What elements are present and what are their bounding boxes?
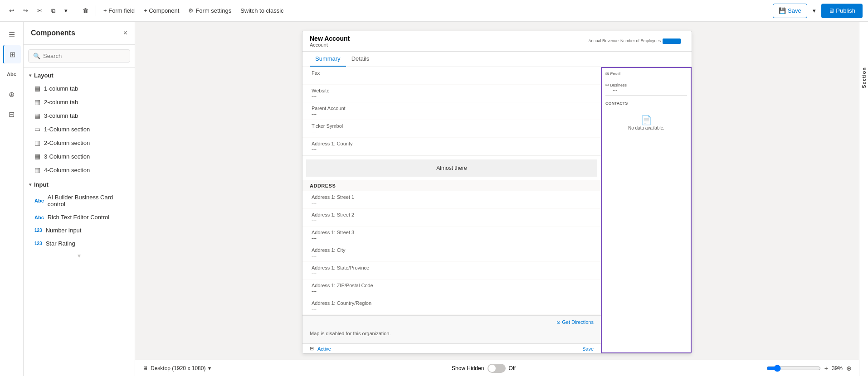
form-settings-button[interactable]: ⚙ Form settings [185, 5, 235, 17]
star-rating-label: Star Rating [46, 240, 75, 247]
toggle-track[interactable] [488, 364, 506, 373]
ai-builder-icon: Abc [34, 198, 44, 203]
3col-tab-label: 3-column tab [44, 112, 78, 119]
form-field-street3: Address 1: Street 3 --- [310, 228, 594, 242]
business-icon: ✉ [605, 83, 609, 87]
save-dropdown-button[interactable]: ▾ [809, 5, 819, 17]
no-data-icon: 📄 [609, 115, 683, 125]
form-row-street2: Address 1: Street 2 --- [302, 209, 601, 227]
sidebar-item-table-columns[interactable]: Abc [3, 65, 21, 83]
monitor-icon: 🖥 [142, 365, 148, 371]
sidebar-item-3col-section[interactable]: ▦ 3-Column section [24, 149, 135, 163]
delete-button[interactable]: 🗑 [79, 5, 92, 17]
redo-button[interactable]: ↪ [20, 5, 32, 17]
2col-section-label: 2-Column section [44, 140, 90, 146]
map-disabled-text: Map is disabled for this organization. [310, 327, 594, 340]
sidebar-close-button[interactable]: × [123, 29, 127, 37]
right-collapse-panel[interactable]: Section [859, 22, 868, 376]
zip-value: --- [312, 288, 592, 294]
desktop-selector[interactable]: 🖥 Desktop (1920 x 1080) ▾ [142, 365, 211, 371]
zoom-out-button[interactable]: — [756, 365, 763, 372]
get-directions-link[interactable]: ⊙ Get Directions [556, 319, 594, 325]
fit-button[interactable]: ⊕ [846, 365, 852, 372]
city-label: Address 1: City [312, 247, 592, 253]
input-section-header[interactable]: ▾ Input [24, 177, 135, 191]
parent-label: Parent Account [312, 106, 592, 111]
county-label: Address 1: County [312, 141, 592, 146]
zoom-slider[interactable] [766, 365, 821, 372]
country-label: Address 1: Country/Region [312, 300, 592, 306]
save-button[interactable]: 💾 Save [773, 4, 807, 18]
form-row-street1: Address 1: Street 1 --- [302, 191, 601, 209]
street2-label: Address 1: Street 2 [312, 212, 592, 217]
search-box[interactable]: 🔍 [28, 49, 130, 63]
sidebar-item-rich-text[interactable]: Abc Rich Text Editor Control [24, 211, 135, 224]
libraries-icon: ⊟ [9, 110, 15, 119]
form-save-link[interactable]: Save [582, 346, 594, 352]
sidebar-item-form-libraries[interactable]: ⊟ [3, 105, 21, 123]
sidebar-item-4col-section[interactable]: ▦ 4-Column section [24, 163, 135, 177]
publish-button[interactable]: 🖥 Publish [821, 4, 863, 18]
fax-value: --- [312, 76, 592, 81]
fit-icon: ⊕ [846, 365, 852, 372]
3col-tab-icon: ▦ [34, 112, 40, 119]
website-value: --- [312, 93, 592, 99]
tab-summary[interactable]: Summary [310, 52, 346, 67]
form-field-website: Website --- [310, 87, 594, 100]
copy-icon: ⧉ [51, 7, 55, 14]
3col-section-label: 3-Column section [44, 153, 90, 160]
sidebar-item-number-input[interactable]: 123 Number Input [24, 224, 135, 237]
sidebar-item-tree-view[interactable]: ⊛ [3, 85, 21, 103]
save-label: Save [788, 7, 801, 14]
sidebar-item-star-rating[interactable]: 123 Star Rating [24, 237, 135, 250]
canvas-scroll[interactable]: New Account Account Annual Revenue Numbe… [135, 22, 859, 360]
layout-section-header[interactable]: ▾ Layout [24, 67, 135, 82]
form-row-parent: Parent Account --- [302, 102, 601, 120]
sidebar-item-1col-tab[interactable]: ▤ 1-column tab [24, 82, 135, 95]
save-chevron-icon: ▾ [813, 7, 816, 14]
form-subtitle: Account [310, 42, 350, 48]
switch-classic-button[interactable]: Switch to classic [237, 5, 287, 17]
form-right-panel: ✉ Email --- ✉ Business --- CONTACTS [601, 67, 692, 353]
components-icon: ⊞ [10, 50, 15, 59]
zoom-in-button[interactable]: + [824, 365, 828, 372]
country-value: --- [312, 306, 592, 311]
cut-icon: ✂ [37, 7, 42, 14]
4col-section-label: 4-Column section [44, 167, 90, 174]
undo-button[interactable]: ↩ [5, 5, 18, 17]
sidebar-item-3col-tab[interactable]: ▦ 3-column tab [24, 109, 135, 122]
form-field-button[interactable]: + Form field [100, 5, 138, 17]
sidebar-item-2col-section[interactable]: ▥ 2-Column section [24, 136, 135, 149]
cut-button[interactable]: ✂ [34, 5, 46, 17]
nav-menu-button[interactable]: ☰ [3, 25, 21, 43]
email-value: --- [605, 76, 687, 81]
sidebar-item-1col-section[interactable]: ▭ 1-Column section [24, 122, 135, 136]
publish-label: Publish [836, 7, 855, 14]
toggle-switch[interactable]: Off [488, 364, 516, 373]
county-value: --- [312, 146, 592, 152]
copy-button[interactable]: ⧉ [48, 5, 59, 17]
dropdown-button[interactable]: ▾ [61, 5, 71, 17]
sidebar-search-area: 🔍 [24, 45, 135, 67]
email-icon: ✉ [605, 72, 609, 76]
form-field-state: Address 1: State/Province --- [310, 264, 594, 277]
search-input[interactable] [43, 53, 125, 59]
sidebar-item-components[interactable]: ⊞ [3, 45, 21, 63]
form-field-country: Address 1: Country/Region --- [310, 299, 594, 313]
directions-icon: ⊙ [556, 319, 561, 325]
2col-section-icon: ▥ [34, 139, 40, 146]
component-button[interactable]: + Component [140, 5, 183, 17]
sidebar-item-ai-builder[interactable]: Abc AI Builder Business Card control [24, 191, 135, 211]
address-section-title: ADDRESS [302, 180, 601, 191]
street2-value: --- [312, 217, 592, 223]
form-tabs: Summary Details [302, 52, 692, 67]
zoom-value: 39% [832, 365, 843, 371]
street3-value: --- [312, 235, 592, 241]
left-nav: ☰ ⊞ Abc ⊛ ⊟ [0, 22, 24, 376]
employees-label: Number of Employees [620, 39, 661, 44]
address-section: ADDRESS Address 1: Street 1 --- Address … [302, 180, 601, 315]
tab-details[interactable]: Details [346, 52, 375, 67]
main-layout: ☰ ⊞ Abc ⊛ ⊟ Components × 🔍 ▾ [0, 22, 868, 376]
sidebar-item-2col-tab[interactable]: ▦ 2-column tab [24, 95, 135, 109]
rich-text-label: Rich Text Editor Control [48, 214, 109, 221]
